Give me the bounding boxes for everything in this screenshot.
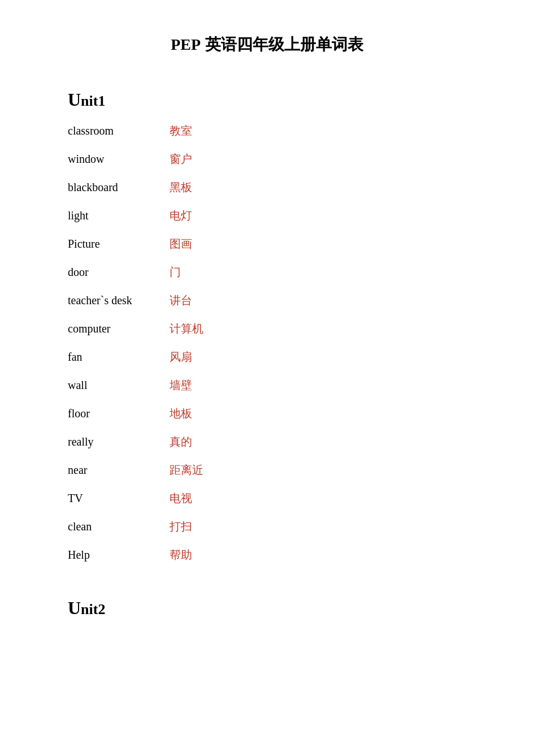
- word-english: door: [68, 263, 170, 281]
- word-english: window: [68, 150, 170, 168]
- word-chinese: 电灯: [170, 206, 192, 224]
- word-item: window窗户: [68, 150, 466, 168]
- unit-heading-unit2: Unit2: [68, 598, 466, 619]
- page-title: PEP 英语四年级上册单词表: [68, 34, 466, 55]
- word-item: floor地板: [68, 404, 466, 422]
- word-item: light电灯: [68, 206, 466, 224]
- word-english: really: [68, 433, 170, 451]
- word-item: teacher`s desk讲台: [68, 291, 466, 309]
- word-item: blackboard黑板: [68, 178, 466, 196]
- word-chinese: 电视: [170, 489, 192, 507]
- unit-heading-cap: U: [68, 89, 81, 110]
- unit-heading-rest: nit2: [81, 601, 105, 617]
- word-english: blackboard: [68, 178, 170, 196]
- word-item: really真的: [68, 433, 466, 451]
- unit-section-unit2: Unit2: [68, 598, 466, 619]
- unit-heading-rest: nit1: [81, 93, 105, 109]
- word-english: computer: [68, 319, 170, 338]
- word-english: Picture: [68, 235, 170, 253]
- word-chinese: 风扇: [170, 348, 192, 366]
- word-english: near: [68, 461, 170, 479]
- unit-heading-unit1: Unit1: [68, 89, 466, 110]
- word-chinese: 帮助: [170, 546, 192, 564]
- unit-section-unit1: Unit1classroom教室window窗户blackboard黑板ligh…: [68, 89, 466, 564]
- word-chinese: 窗户: [170, 150, 192, 168]
- word-english: fan: [68, 348, 170, 366]
- word-chinese: 地板: [170, 404, 192, 422]
- word-chinese: 门: [170, 263, 181, 281]
- word-chinese: 图画: [170, 235, 192, 253]
- word-english: Help: [68, 546, 170, 564]
- word-chinese: 教室: [170, 122, 192, 140]
- word-chinese: 黑板: [170, 178, 192, 196]
- word-item: fan风扇: [68, 348, 466, 366]
- word-item: clean打扫: [68, 517, 466, 535]
- word-chinese: 距离近: [170, 461, 203, 479]
- word-item: computer计算机: [68, 319, 466, 338]
- word-item: Help帮助: [68, 546, 466, 564]
- word-chinese: 讲台: [170, 291, 192, 309]
- word-chinese: 墙壁: [170, 376, 192, 394]
- word-item: near距离近: [68, 461, 466, 479]
- word-list-unit1: classroom教室window窗户blackboard黑板light电灯Pi…: [68, 122, 466, 564]
- word-english: TV: [68, 489, 170, 507]
- word-english: light: [68, 206, 170, 224]
- word-item: classroom教室: [68, 122, 466, 140]
- word-item: TV电视: [68, 489, 466, 507]
- title-prefix: PEP: [171, 36, 201, 53]
- word-item: wall墙壁: [68, 376, 466, 394]
- word-item: door门: [68, 263, 466, 281]
- word-english: teacher`s desk: [68, 291, 170, 309]
- word-english: floor: [68, 404, 170, 422]
- word-english: classroom: [68, 122, 170, 140]
- word-chinese: 打扫: [170, 517, 192, 535]
- word-english: clean: [68, 517, 170, 535]
- word-item: Picture图画: [68, 235, 466, 253]
- unit-heading-cap: U: [68, 598, 81, 618]
- word-chinese: 计算机: [170, 319, 203, 338]
- title-text: 英语四年级上册单词表: [201, 36, 363, 53]
- word-english: wall: [68, 376, 170, 394]
- word-chinese: 真的: [170, 433, 192, 451]
